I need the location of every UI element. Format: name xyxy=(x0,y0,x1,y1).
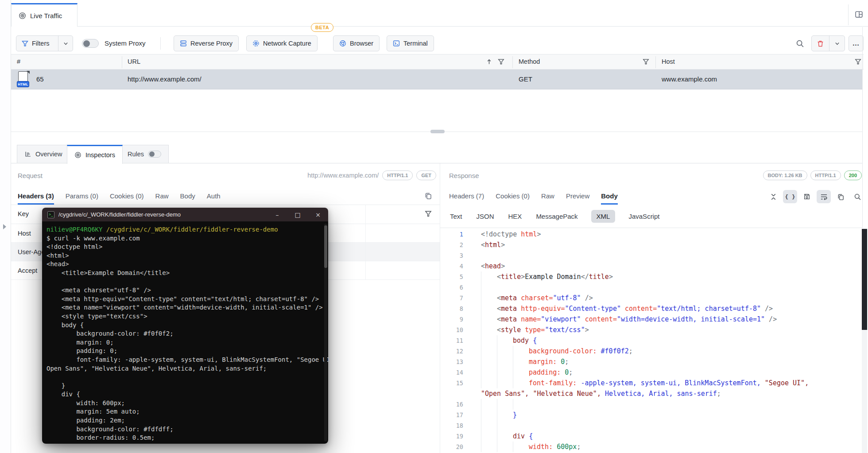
method-filter-icon[interactable] xyxy=(643,58,649,65)
terminal-output[interactable]: niliev@PF4RQ6KY /cygdrive/c/_WORK/fiddle… xyxy=(42,221,328,444)
code-line: 16 xyxy=(448,399,856,410)
terminal-line: div { xyxy=(46,390,328,399)
terminal-title: /cygdrive/c/_WORK/fiddler/fiddler-revers… xyxy=(58,211,267,218)
body-subtab-messagepack[interactable]: MessagePack xyxy=(535,210,578,223)
overview-chart-icon xyxy=(24,151,31,158)
request-tab-body[interactable]: Body xyxy=(180,188,195,205)
column-host[interactable]: Host xyxy=(662,58,675,65)
code-line: 6 xyxy=(448,282,856,293)
request-panel-title: Request xyxy=(18,172,43,179)
overview-label: Overview xyxy=(35,151,62,158)
expand-panel-icon[interactable] xyxy=(3,224,6,229)
terminal-line: margin: 0; xyxy=(46,338,328,347)
response-body-code[interactable]: 1<!doctype html>2<html>34<head>5<title>E… xyxy=(448,229,856,452)
html-file-icon: HTML xyxy=(17,71,29,87)
search-icon[interactable] xyxy=(792,35,808,51)
request-tab-auth[interactable]: Auth xyxy=(207,188,221,205)
minimize-icon[interactable]: – xyxy=(267,208,287,221)
filters-label: Filters xyxy=(32,40,49,47)
column-hash[interactable]: # xyxy=(17,58,20,65)
clear-dropdown-icon[interactable] xyxy=(829,36,845,51)
body-subtab-text[interactable]: Text xyxy=(449,210,463,223)
sort-up-icon[interactable] xyxy=(486,58,492,65)
terminal-line: font-family: -apple-system, system-ui, B… xyxy=(46,356,328,364)
clear-sessions-group[interactable] xyxy=(811,35,845,51)
beta-badge: BETA xyxy=(311,23,333,32)
terminal-button[interactable]: Terminal xyxy=(387,35,434,51)
response-tab-headers-7[interactable]: Headers (7) xyxy=(449,188,484,205)
rules-toggle[interactable] xyxy=(148,151,161,158)
line-number: 3 xyxy=(448,250,463,261)
column-method[interactable]: Method xyxy=(519,58,540,65)
layout-panels-icon[interactable] xyxy=(853,8,864,20)
tab-label: Live Traffic xyxy=(30,12,62,19)
url-filter-icon[interactable] xyxy=(498,58,504,65)
response-tab-body[interactable]: Body xyxy=(601,188,618,205)
reverse-proxy-label: Reverse Proxy xyxy=(190,40,232,47)
browser-button[interactable]: Browser xyxy=(333,35,380,51)
session-row[interactable]: HTML 65 http://www.example.com/ GET www.… xyxy=(11,70,862,89)
more-options-button[interactable]: … xyxy=(849,35,864,51)
terminal-icon xyxy=(393,40,400,47)
host-filter-icon[interactable] xyxy=(855,58,861,65)
key-column-header[interactable]: Key xyxy=(18,210,29,217)
tab-live-traffic[interactable]: Live Traffic xyxy=(11,3,78,27)
save-icon[interactable] xyxy=(800,190,814,203)
tab-overview[interactable]: Overview xyxy=(17,145,70,163)
terminal-window[interactable]: >_ /cygdrive/c/_WORK/fiddler/fiddler-rev… xyxy=(42,208,328,444)
fiddler-app: Live Traffic Filters System Proxy xyxy=(0,0,868,453)
session-url: http://www.example.com/ xyxy=(128,75,202,83)
code-line: 17} xyxy=(448,410,856,420)
copy-request-icon[interactable] xyxy=(424,192,432,200)
response-tab-preview[interactable]: Preview xyxy=(566,188,589,205)
vertical-panel-divider[interactable] xyxy=(440,163,440,453)
filters-dropdown[interactable] xyxy=(58,36,73,51)
code-line: 12background-color: #f0f0f2; xyxy=(448,346,856,356)
request-tab-headers-3[interactable]: Headers (3) xyxy=(18,188,54,205)
request-tab-params-0[interactable]: Params (0) xyxy=(66,188,98,205)
word-wrap-icon[interactable] xyxy=(817,190,831,203)
response-tab-cookies-0[interactable]: Cookies (0) xyxy=(496,188,530,205)
code-line: 18 xyxy=(448,420,856,431)
reverse-proxy-button[interactable]: Reverse Proxy xyxy=(174,35,239,51)
terminal-line: Open Sans", "Helvetica Neue", Helvetica,… xyxy=(46,364,328,373)
header-key: Host xyxy=(11,230,31,237)
code-line: 20width: 600px; xyxy=(448,441,856,452)
terminal-titlebar[interactable]: >_ /cygdrive/c/_WORK/fiddler/fiddler-rev… xyxy=(42,208,328,221)
network-capture-button[interactable]: Network Capture xyxy=(246,35,318,51)
search-body-icon[interactable] xyxy=(850,190,864,203)
body-subtab-hex[interactable]: HEX xyxy=(508,210,523,223)
filters-button[interactable]: Filters xyxy=(16,35,73,51)
key-filter-icon[interactable] xyxy=(425,210,432,217)
request-tab-raw[interactable]: Raw xyxy=(155,188,169,205)
terminal-scrollbar-thumb[interactable] xyxy=(324,225,327,268)
code-line: 3 xyxy=(448,250,856,261)
close-icon[interactable]: × xyxy=(308,208,328,221)
filters-main[interactable]: Filters xyxy=(16,36,54,51)
body-subtab-javascript[interactable]: JavaScript xyxy=(628,210,660,223)
live-traffic-icon xyxy=(19,12,26,19)
code-scrollbar-thumb[interactable] xyxy=(862,229,867,330)
body-subtab-xml[interactable]: XML xyxy=(591,210,616,223)
request-tab-cookies-0[interactable]: Cookies (0) xyxy=(110,188,144,205)
format-braces-icon[interactable]: { } xyxy=(783,190,797,203)
trash-icon[interactable] xyxy=(812,36,829,51)
splitter-drag-handle[interactable] xyxy=(430,130,445,133)
system-proxy-toggle[interactable] xyxy=(82,39,99,48)
column-url[interactable]: URL xyxy=(128,58,140,65)
terminal-line: } xyxy=(46,382,328,391)
terminal-line: background-color: #fdfdff; xyxy=(46,425,328,434)
copy-response-icon[interactable] xyxy=(833,190,848,203)
response-tab-raw[interactable]: Raw xyxy=(541,188,554,205)
maximize-icon[interactable]: □ xyxy=(287,208,308,221)
capture-icon xyxy=(252,40,260,47)
tab-inspectors[interactable]: Inspectors xyxy=(67,145,123,164)
collapse-icon[interactable] xyxy=(766,190,780,203)
body-subtab-json[interactable]: JSON xyxy=(476,210,495,223)
request-tabs: Headers (3)Params (0)Cookies (0)RawBodyA… xyxy=(18,188,221,205)
network-capture-label: Network Capture xyxy=(263,40,311,47)
code-line: 10<style type="text/css"> xyxy=(448,325,856,335)
line-number: 4 xyxy=(448,261,463,271)
code-line: 4<head> xyxy=(448,261,856,271)
code-line: 2<html> xyxy=(448,240,856,250)
